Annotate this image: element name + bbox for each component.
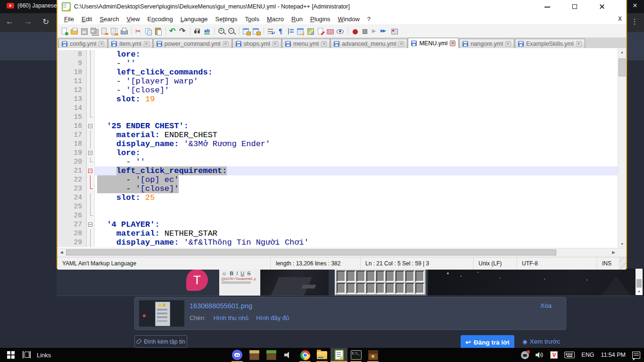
forward-arrow-icon[interactable] xyxy=(24,17,32,27)
code-text[interactable]: slot: 25 xyxy=(95,193,618,202)
taskbar-app-minecraft-jukebox[interactable] xyxy=(364,348,381,362)
keyboard-icon[interactable] xyxy=(564,352,575,358)
code-text[interactable]: '4 PLAYER': xyxy=(95,220,618,229)
status-eol-format[interactable]: Unix (LF) xyxy=(473,257,517,270)
new-file-icon[interactable] xyxy=(60,27,69,35)
code-text[interactable] xyxy=(95,211,618,220)
volume-icon[interactable] xyxy=(536,352,544,358)
code-line[interactable]: 8 lore: xyxy=(58,50,618,59)
code-text[interactable]: left_click_commands: xyxy=(95,68,618,77)
taskbar-app-cmd[interactable] xyxy=(347,348,364,362)
tab-close-icon[interactable] xyxy=(398,41,404,47)
taskbar-app-notepad-plus-plus[interactable] xyxy=(330,348,347,362)
fold-margin[interactable] xyxy=(87,59,95,68)
code-line[interactable]: 11 - '[player] warp' xyxy=(58,77,618,86)
folder-as-workspace-icon[interactable] xyxy=(326,27,335,35)
vscroll-thumb[interactable] xyxy=(619,58,626,76)
fold-margin[interactable] xyxy=(87,202,95,211)
fold-margin[interactable] xyxy=(87,104,95,113)
indent-guide-icon[interactable] xyxy=(287,27,295,35)
code-line[interactable]: 20 - '' xyxy=(58,157,618,166)
title-bar[interactable]: C:\Users\Admin\Desktop\Server\plugins\De… xyxy=(58,0,626,13)
code-line[interactable]: 22 - '[op] ec' xyxy=(58,175,618,184)
fold-margin[interactable] xyxy=(87,113,95,122)
fold-margin[interactable] xyxy=(87,193,95,202)
attachment-filename-link[interactable]: 1630688055601.png xyxy=(190,302,252,310)
fold-margin[interactable] xyxy=(87,68,95,77)
code-text[interactable]: display_name: '&3Mở Rương Ender' xyxy=(95,140,618,148)
tab-nangore.yml[interactable]: nangore.yml xyxy=(459,39,514,48)
minimize-button[interactable] xyxy=(544,3,551,10)
menu-search[interactable]: Search xyxy=(96,16,123,23)
document-monitor-icon[interactable] xyxy=(336,27,345,35)
code-text[interactable]: - '' xyxy=(95,59,618,68)
tab-close-icon[interactable] xyxy=(505,41,511,47)
code-line[interactable]: 17 material: ENDER_CHEST xyxy=(58,131,618,140)
fold-margin[interactable] xyxy=(87,86,95,95)
code-text[interactable]: lore: xyxy=(95,50,618,59)
menu-run[interactable]: Run xyxy=(288,16,306,23)
find-icon[interactable] xyxy=(193,27,202,35)
fold-margin[interactable] xyxy=(87,131,95,140)
zoom-out-icon[interactable] xyxy=(228,27,236,35)
action-center-icon[interactable] xyxy=(632,352,640,359)
insert-thumbnail-link[interactable]: Hình thu nhỏ xyxy=(214,314,248,321)
save-file-icon[interactable] xyxy=(80,27,89,35)
status-insert-mode[interactable]: INS xyxy=(597,257,619,270)
cut-icon[interactable] xyxy=(134,27,143,35)
discord-tray-icon[interactable] xyxy=(521,351,529,359)
menu-file[interactable]: File xyxy=(60,16,78,23)
show-all-characters-icon[interactable] xyxy=(277,27,285,35)
undo-icon[interactable] xyxy=(169,27,177,35)
status-encoding[interactable]: UTF-8 xyxy=(517,257,597,270)
fold-margin[interactable] xyxy=(87,175,95,184)
fold-margin[interactable] xyxy=(87,122,95,131)
menubar-close-icon[interactable] xyxy=(618,16,622,22)
tab-power_command.yml[interactable]: power_command.yml xyxy=(153,39,232,48)
code-line[interactable]: 29 display_name: '&f&lThông Tin Người Ch… xyxy=(58,238,618,247)
function-list-icon[interactable] xyxy=(316,27,325,35)
post-image-night[interactable] xyxy=(428,269,644,296)
menu-view[interactable]: View xyxy=(123,16,144,23)
sync-horizontal-icon[interactable] xyxy=(252,27,261,35)
taskbar-app-chrome[interactable] xyxy=(297,348,314,362)
close-file-icon[interactable] xyxy=(100,27,108,35)
reload-icon[interactable] xyxy=(42,17,49,27)
code-line[interactable]: 24 slot: 25 xyxy=(58,193,618,202)
preview-link[interactable]: Xem trước xyxy=(522,338,560,345)
code-text[interactable] xyxy=(95,202,618,211)
scroll-right-icon[interactable] xyxy=(610,248,618,256)
code-text[interactable] xyxy=(95,113,618,122)
emoji-icon[interactable]: ☺ xyxy=(222,271,227,276)
code-text[interactable]: material: NETHER_STAR xyxy=(95,229,618,238)
forum-editor-scrollbar[interactable] xyxy=(636,269,643,295)
menu-encoding[interactable]: Encoding xyxy=(144,16,177,23)
replace-icon[interactable] xyxy=(203,27,212,35)
scrollbar-down-icon[interactable] xyxy=(636,288,643,295)
clock[interactable]: 11:54 PM xyxy=(601,352,626,358)
vertical-scrollbar[interactable] xyxy=(618,48,626,248)
tab-close-icon[interactable] xyxy=(223,41,229,47)
fold-margin[interactable] xyxy=(87,50,95,59)
fold-margin[interactable] xyxy=(87,211,95,220)
fold-margin[interactable] xyxy=(87,95,95,104)
tab-shops.yml[interactable]: shops.yml xyxy=(232,39,281,48)
save-all-icon[interactable] xyxy=(90,27,99,35)
taskbar-app-minecraft-grass[interactable] xyxy=(246,348,263,362)
fold-margin[interactable] xyxy=(87,238,95,247)
macro-play-icon[interactable] xyxy=(371,27,379,35)
browser-close-icon[interactable] xyxy=(633,1,637,10)
fold-margin[interactable] xyxy=(87,157,95,166)
post-image-inventory[interactable] xyxy=(335,269,426,296)
copy-icon[interactable] xyxy=(144,27,153,35)
tab-close-icon[interactable] xyxy=(144,41,149,47)
tab-close-icon[interactable] xyxy=(99,41,104,47)
scrollbar-thumb[interactable] xyxy=(636,279,642,288)
tab-close-icon[interactable] xyxy=(450,41,455,46)
taskbar-app-discord[interactable] xyxy=(229,348,246,362)
tab-menu.yml[interactable]: menu.yml xyxy=(282,39,330,48)
code-text[interactable]: material: ENDER_CHEST xyxy=(95,131,618,140)
fold-margin[interactable] xyxy=(87,184,95,193)
insert-fullimage-link[interactable]: Hình đầy đủ xyxy=(256,314,289,321)
code-text[interactable]: '25 ENDER CHEST': xyxy=(95,122,618,131)
